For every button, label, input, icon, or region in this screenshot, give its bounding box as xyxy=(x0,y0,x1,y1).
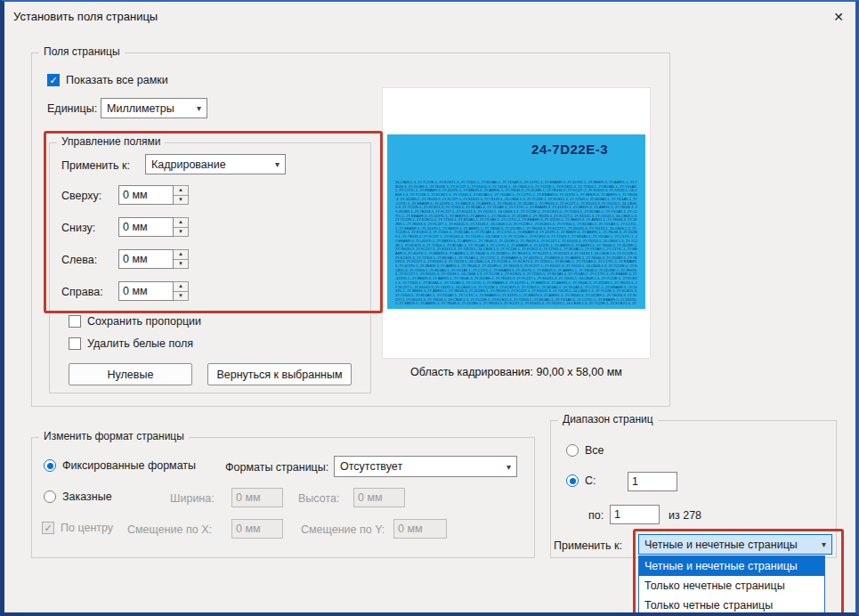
odd-even-value: Четные и нечетные страницы xyxy=(644,539,798,551)
all-pages-radio[interactable]: Все xyxy=(566,444,604,457)
set-page-boxes-dialog: Установить поля страницы ✕ Поля страницы… xyxy=(0,0,859,616)
radio-unselected-icon xyxy=(44,490,56,503)
checkbox-checked-icon: ✓ xyxy=(47,74,60,86)
chevron-down-icon: ▾ xyxy=(275,159,280,169)
revert-to-selection-button[interactable]: Вернуться к выбранным xyxy=(207,363,352,385)
dropdown-option-even-only[interactable]: Только четные страницы xyxy=(639,596,824,615)
right-margin-input[interactable] xyxy=(118,281,174,301)
page-sizes-value: Отсутствует xyxy=(340,460,402,473)
margin-controls-group: Управление полями xyxy=(49,142,371,393)
radio-selected-icon xyxy=(44,459,56,472)
chevron-down-icon: ▾ xyxy=(822,539,826,549)
top-margin-spinner: ▲ ▼ xyxy=(118,185,189,205)
preview-body-text: 24-CB08-1-3, 2Y-7C22E-1, 2Y-KCE21-3, 2Y-… xyxy=(395,181,637,305)
crop-area-preview: 24-7D22E-3 24-CB08-1-3, 2Y-7C22E-1, 2Y-K… xyxy=(387,134,645,309)
to-page-label: по: xyxy=(588,509,604,522)
spin-down-icon[interactable]: ▼ xyxy=(174,228,189,238)
left-margin-spinner: ▲ ▼ xyxy=(118,249,189,269)
page-range-group-title: Диапазон страниц xyxy=(558,413,658,426)
y-offset-input xyxy=(393,519,447,539)
width-input xyxy=(231,488,283,507)
spin-up-icon[interactable]: ▲ xyxy=(174,249,189,260)
spin-up-icon[interactable]: ▲ xyxy=(174,217,189,228)
show-all-boxes-checkbox[interactable]: ✓ Показать все рамки xyxy=(47,74,168,86)
spin-up-icon[interactable]: ▲ xyxy=(174,185,189,196)
set-to-zero-button[interactable]: Нулевые xyxy=(69,363,192,385)
dialog-title: Установить поля страницы xyxy=(13,10,158,23)
left-margin-label: Слева: xyxy=(61,254,97,266)
from-page-radio[interactable]: С: xyxy=(566,474,596,487)
odd-even-select[interactable]: Четные и нечетные страницы ▾ xyxy=(638,534,832,555)
right-margin-label: Справа: xyxy=(61,286,103,298)
units-label: Единицы: xyxy=(47,102,97,115)
x-offset-input xyxy=(231,519,283,539)
page-boxes-group-title: Поля страницы xyxy=(39,45,125,58)
custom-size-label: Заказные xyxy=(62,490,112,503)
remove-white-margins-label: Удалить белые поля xyxy=(87,337,193,350)
constrain-proportions-label: Сохранить пропорции xyxy=(87,315,201,328)
center-label: По центру xyxy=(61,522,113,534)
bottom-margin-label: Снизу: xyxy=(61,222,95,234)
y-offset-label: Смещение по Y: xyxy=(301,523,385,536)
chevron-down-icon: ▾ xyxy=(506,462,511,472)
from-page-input[interactable] xyxy=(628,472,677,491)
crop-box-select[interactable]: Кадрирование ▾ xyxy=(145,154,286,174)
units-value: Миллиметры xyxy=(107,102,174,115)
custom-size-radio[interactable]: Заказные xyxy=(44,490,112,503)
all-pages-label: Все xyxy=(585,444,604,457)
close-icon[interactable]: ✕ xyxy=(829,7,848,27)
preview-page-title: 24-7D22E-3 xyxy=(531,142,608,157)
checkbox-unchecked-icon xyxy=(69,337,81,350)
right-margin-spinner: ▲ ▼ xyxy=(118,281,189,301)
dropdown-option-odd-only[interactable]: Только нечетные страницы xyxy=(639,576,824,596)
height-label: Высота: xyxy=(298,492,339,505)
page-sizes-label: Форматы страницы: xyxy=(225,461,328,474)
left-margin-input[interactable] xyxy=(118,249,174,269)
page-preview: 24-7D22E-3 24-CB08-1-3, 2Y-7C22E-1, 2Y-K… xyxy=(383,88,650,358)
spin-up-icon[interactable]: ▲ xyxy=(174,281,189,292)
show-all-boxes-label: Показать все рамки xyxy=(66,74,168,86)
chevron-down-icon: ▾ xyxy=(197,103,201,113)
from-page-label: С: xyxy=(585,474,596,487)
margin-controls-group-title: Управление полями xyxy=(57,135,165,148)
apply-to-label: Применить к: xyxy=(61,159,130,172)
top-margin-label: Сверху: xyxy=(61,190,101,202)
change-page-size-group-title: Изменить формат страницы xyxy=(39,430,189,442)
width-label: Ширина: xyxy=(170,492,215,505)
odd-even-dropdown-list: Четные и нечетные страницы Только нечетн… xyxy=(638,555,825,616)
fixed-sizes-label: Фиксированные форматы xyxy=(62,459,196,472)
title-bar: Установить поля страницы ✕ xyxy=(4,2,855,30)
crop-area-caption: Область кадрирования: 90,00 x 58,00 мм xyxy=(383,366,650,378)
radio-selected-icon xyxy=(566,474,579,487)
checkbox-checked-disabled-icon: ✓ xyxy=(42,522,54,534)
radio-unselected-icon xyxy=(566,444,579,457)
crop-box-value: Кадрирование xyxy=(151,158,226,171)
units-select[interactable]: Миллиметры ▾ xyxy=(101,98,207,118)
constrain-proportions-checkbox[interactable]: Сохранить пропорции xyxy=(69,315,201,328)
page-sizes-select[interactable]: Отсутствует ▾ xyxy=(334,456,517,477)
height-input xyxy=(353,488,405,507)
bottom-margin-input[interactable] xyxy=(118,217,174,237)
fixed-sizes-radio[interactable]: Фиксированные форматы xyxy=(44,459,196,472)
spin-down-icon[interactable]: ▼ xyxy=(174,260,189,270)
bottom-margin-spinner: ▲ ▼ xyxy=(118,217,189,237)
to-page-input[interactable] xyxy=(610,505,660,524)
top-margin-input[interactable] xyxy=(118,185,174,205)
spin-down-icon[interactable]: ▼ xyxy=(174,196,189,206)
x-offset-label: Смещение по X: xyxy=(127,523,212,536)
center-checkbox: ✓ По центру xyxy=(42,522,113,534)
spin-down-icon[interactable]: ▼ xyxy=(174,292,189,302)
page-count-label: из 278 xyxy=(669,509,701,522)
range-apply-to-label: Применить к: xyxy=(554,539,622,552)
checkbox-unchecked-icon xyxy=(69,315,81,328)
dropdown-option-odd-and-even[interactable]: Четные и нечетные страницы xyxy=(639,556,824,576)
remove-white-margins-checkbox[interactable]: Удалить белые поля xyxy=(69,337,193,350)
